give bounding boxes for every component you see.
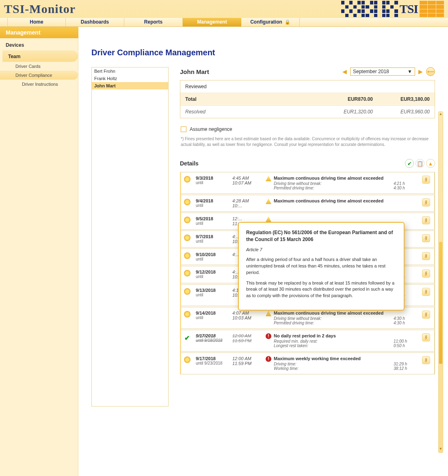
regulation-button[interactable]: § [422,356,430,364]
driver-list-item[interactable]: Frank Holtz [92,75,168,82]
warning-icon [266,176,271,181]
time-start: 12:00 AM [232,356,262,361]
sidebar-item-driver-cards[interactable]: Driver Cards [0,62,78,71]
chevron-down-icon: ▼ [407,69,412,74]
driver-list-item[interactable]: Bert Frohn [92,67,168,75]
scroll-down-icon[interactable]: ▼ [439,447,443,452]
sun-icon [184,217,190,223]
section-tab: Management [0,27,78,38]
violation-date: 9/12/2018 [196,270,228,274]
violation-date: 9/7/2018 [196,234,228,239]
summary-total-label: Total [185,96,316,102]
driver-list: Bert Frohn Frank Holtz John Mart [91,67,169,406]
prev-month-icon[interactable]: ◀ [342,68,347,75]
back-button[interactable]: ⟵ [426,67,435,76]
violation-date: 9/17/2018 [196,356,228,361]
sidebar: Devices Team Driver Cards Driver Complia… [0,38,78,476]
sun-icon [184,311,190,317]
sidebar-group-team[interactable]: Team [2,50,78,62]
page-title: Driver Compliance Management [91,48,435,57]
violation-item[interactable]: 9/3/2018until4:45 AM10:07 AMMaximum cont… [181,172,435,194]
violation-title: No daily rest period in 2 days [274,333,336,338]
driver-list-item-selected[interactable]: John Mart [92,82,168,89]
checkbox-icon[interactable] [181,126,186,132]
violation-date: 9/4/2018 [196,198,228,203]
warning-icon [266,311,271,316]
violation-until: until 9/18/2018 [196,338,228,343]
assume-negligence-row[interactable]: Assume negligence [180,124,435,133]
violation-until: until [196,293,228,297]
summary-total-col3: EUR3,180.00 [373,96,430,102]
sidebar-item-driver-compliance[interactable]: Driver Compliance [0,71,78,80]
violation-until: until [196,221,228,226]
metric-label: Permitted driving time: [274,321,394,325]
nav-management[interactable]: Management [183,18,241,26]
regulation-button[interactable]: § [422,176,430,184]
time-start: 12:00 AM [232,333,262,338]
time-end: 11:59 PM [232,361,262,366]
violation-until: until 9/23/2018 [196,361,228,365]
content-pane: Driver Compliance Management Bert Frohn … [78,38,448,476]
summary-resolved-label: Resolved [185,109,316,115]
clipboard-button[interactable]: 📋 [416,159,424,168]
disclaimer-text: *) Fines presented here are a best estim… [180,133,435,159]
sun-icon [184,176,190,182]
metric-value: 0:50 h [394,343,418,348]
month-select[interactable]: September 2018▼ [350,67,415,76]
tooltip-paragraph: This break may be replaced by a break of… [246,280,396,300]
time-start: 4:28 AM [232,198,262,203]
regulation-button[interactable]: § [422,288,430,296]
error-icon: ! [266,356,271,362]
assume-negligence-label: Assume negligence [190,126,232,132]
metric-label: Working time: [274,366,394,371]
brand-logo: TSI [341,0,444,18]
violation-until: until [196,315,228,320]
nav-reports[interactable]: Reports [124,18,183,26]
vertical-scrollbar[interactable]: ▲ ▼ [438,111,443,453]
check-icon: ✔ [184,335,190,341]
violation-item[interactable]: 9/4/2018until4:28 AM10:...Maximum contin… [181,195,435,212]
regulation-button[interactable]: § [422,252,430,260]
regulation-button[interactable]: § [422,311,430,319]
error-icon: ! [266,333,271,339]
scroll-thumb[interactable] [439,242,442,364]
metric-label: Driving time without break: [274,181,394,186]
regulation-button[interactable]: § [422,216,430,224]
regulation-button[interactable]: § [422,270,430,278]
approve-all-button[interactable]: ✔ [405,159,414,168]
metric-label: Required min. daily rest: [274,339,394,343]
violation-until: until [196,274,228,279]
regulation-button[interactable]: § [422,234,430,242]
summary-resolved-col3: EUR3,960.00 [373,109,430,115]
metric-value: 31:29 h [394,362,418,366]
metric-label: Driving time without break: [274,316,394,321]
scroll-up-icon[interactable]: ▲ [439,112,443,117]
violation-title: Maximum continuous driving time almost e… [274,176,383,180]
metric-value: 4:30 h [394,316,418,321]
violation-item[interactable]: 9/17/2018until 9/23/201812:00 AM11:59 PM… [181,352,435,374]
sidebar-item-driver-instructions[interactable]: Driver Instructions [0,80,78,89]
metric-value: 11:00 h [394,339,418,343]
violation-until: until [196,180,228,185]
sun-icon [184,289,190,294]
violation-item[interactable]: ✔9/17/2018until 9/18/201812:00 AM11:59 P… [181,330,435,352]
metric-label: Driving time: [274,362,394,366]
summary-table: Reviewed TotalEUR870.00EUR3,180.00 Resol… [180,80,435,118]
time-end: 10:03 AM [232,315,262,320]
violation-date: 9/5/2018 [196,216,228,221]
tooltip-article: Article 7 [246,247,396,253]
nav-configuration[interactable]: Configuration🔒 [241,18,300,26]
metric-label: Permitted driving time: [274,186,394,190]
nav-dashboards[interactable]: Dashboards [66,18,124,26]
warning-filter-button[interactable]: ▲ [426,159,435,168]
regulation-button[interactable]: § [422,333,430,341]
nav-home[interactable]: Home [7,18,66,26]
sidebar-group-devices[interactable]: Devices [0,38,78,50]
tooltip-title: Regulation (EC) No 561/2006 of the Europ… [246,229,396,243]
time-end: 10:... [232,203,262,208]
summary-resolved-col2: EUR1,320.00 [316,109,373,115]
time-start: 4:45 AM [232,176,262,180]
regulation-button[interactable]: § [422,198,430,206]
app-title: TSI-Monitor [4,2,76,16]
next-month-icon[interactable]: ▶ [418,68,423,75]
